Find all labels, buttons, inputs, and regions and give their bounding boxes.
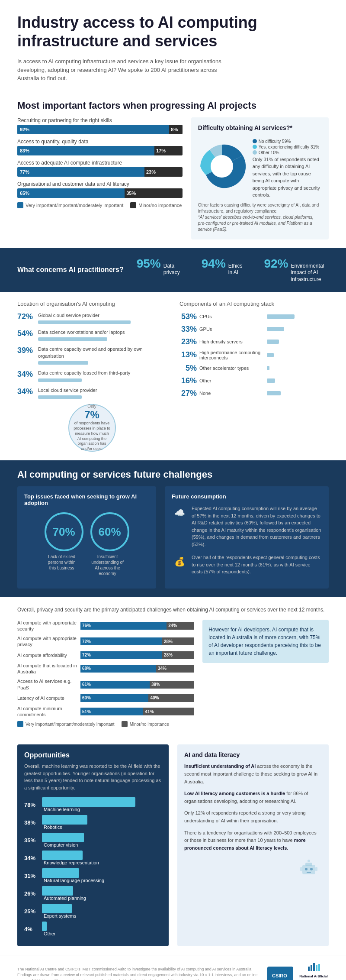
loc-desc: Global cloud service provider [38,312,167,324]
svg-rect-5 [315,867,317,871]
opp-bar-row: 31% Natural language processing [24,868,162,883]
hbar-dark: 34% [156,665,194,673]
hbar-label: AI compute with appropriate privacy [17,635,78,648]
difficulty-section: Difficulty obtaining AI services?* [191,117,329,239]
legend-blue-future: Very important/important/moderately impo… [17,721,115,727]
bar-dark: 8% [169,125,183,134]
loc-bar [38,378,82,382]
stack-col: Components of an AI computing stack 53% … [179,301,329,452]
stack-name: High performance computing interconnects [199,350,264,360]
opp-right: AI and data literacy Insufficient unders… [177,744,329,946]
svg-rect-11 [308,967,310,971]
bar-dark: 35% [125,188,183,198]
future-text-2: Over half of the respondents expect gene… [192,554,322,576]
bar-container: 65% 35% [17,188,183,198]
hbar-label: Latency of AI compute [17,695,78,701]
pie-info: No difficulty 59% Yes, experiencing diff… [253,136,322,199]
svg-point-3 [308,860,310,862]
future-left: Top issues faced when seeking to grow AI… [17,486,156,589]
stack-name: Other accelerator types [199,365,264,371]
legend-dark-box [130,202,136,208]
header: Industry access to AI computing infrastr… [0,0,346,91]
stack-bar [267,327,284,331]
hbar-dark: 39% [150,681,194,689]
stack-item: 27% None [179,389,329,398]
future-bars-note: Overall, privacy and security are the pr… [17,606,329,614]
circle-70-label: Lack of skilled persons within this busi… [45,554,79,571]
opp-bar-row: 78% Machine learning [24,797,162,812]
loc-desc: Data science workstations and/or laptops [38,329,167,341]
only-callout: Only 7% of respondents have processes in… [68,404,116,452]
pie-legend: No difficulty 59% Yes, experiencing diff… [253,139,322,155]
stack-bar [267,314,295,319]
factors-legend: Very important/important/moderately impo… [17,202,183,208]
opp-desc: Overall, machine learning was reported t… [24,763,162,791]
stack-bar [267,366,269,370]
opp-left: Opportunities Overall, machine learning … [17,744,169,946]
hbar-container: 61% 39% [80,681,194,689]
opp-bar-label: Other [44,931,162,936]
legend-blue-label: Very important/important/moderately impo… [26,203,123,208]
circle-60-label: Insufficient understanding of AI across … [90,554,125,576]
concerns-banner: What concerns AI practitioners? 95% Data… [0,248,346,292]
location-item: 34% Local cloud service provider [17,387,167,399]
opp-bar [42,797,135,807]
csiro-logo: CSIRO [267,967,293,980]
future-item-1: ☁️ Expected AI computing consumption wil… [172,505,322,548]
loc-pct: 34% [17,387,35,396]
stack-bar [267,391,281,395]
hbar-blue: 68% [80,665,156,673]
future-bar-row: AI compute minimum commitments 51% 41% [17,705,194,718]
stack-item: 53% CPUs [179,312,329,321]
factors-bars-col: Recruiting or partnering for the right s… [17,117,183,239]
opp-right-title: AI and data literacy [184,751,322,758]
nai-logo: National Artificial Intelligence Centre [298,962,329,980]
opp-bar [42,886,73,896]
legend-other-difficulty: Other 10% [253,150,322,155]
pie-wrapper: No difficulty 59% Yes, experiencing diff… [198,136,322,199]
bar-label: Access to quantity, quality data [17,139,183,145]
difficulty-note: Only 31% of respondents noted any diffic… [253,156,322,199]
opp-bar [42,868,79,878]
loc-desc: Data centre capacity owned and operated … [38,346,167,365]
concern-item: 94% Ethics in AI [202,257,243,283]
stack-num: 16% [179,376,197,385]
factor-bar-row: Access to quantity, quality data 83% 17% [17,139,183,155]
factor-bar-row: Access to adequate AI compute infrastruc… [17,160,183,177]
hbar-blue: 72% [80,637,162,645]
stack-num: 5% [179,364,197,373]
pie-chart [198,142,246,192]
future-bar-row: AI compute that is located in Australia … [17,663,194,675]
hbar-blue: 72% [80,651,162,659]
opp-bar-label: Expert systems [44,913,162,919]
opp-title: Opportunities [24,751,162,759]
opp-bar-row: 34% Knowledge representation [24,851,162,865]
future-left-title: Top issues faced when seeking to grow AI… [24,493,149,506]
hbar-label: AI compute minimum commitments [17,705,78,718]
loc-desc: Local cloud service provider [38,387,167,399]
opp-pct: 34% [24,855,39,861]
dot-no-difficulty [253,139,257,143]
dot-yes-difficulty [253,145,257,149]
legend-dark-label-f: Minor/no importance [130,722,169,727]
circle-70-shape: 70% [45,512,83,551]
legend-dark: Minor/no importance [130,202,182,208]
svg-point-7 [310,868,313,870]
hbar-blue: 51% [80,708,143,715]
location-stack-section: Location of organisation's AI computing … [0,292,346,460]
future-right: Future consumption ☁️ Expected AI comput… [165,486,329,589]
circle-60: 60% Insufficient understanding of AI acr… [90,512,129,576]
stack-num: 33% [179,325,197,334]
opp-bar-wrap: Natural language processing [42,868,162,883]
opp-pct: 35% [24,837,39,844]
circle-60-shape: 60% [90,512,129,551]
opp-bar-row: 4% Other [24,922,162,936]
page: Industry access to AI computing infrastr… [0,0,346,980]
svg-rect-8 [307,872,311,873]
future-bar-row: AI compute with appropriate privacy 72% … [17,635,194,648]
concern-desc: Ethics in AI [228,263,243,276]
future-item-2: 💰 Over half of the respondents expect ge… [172,554,322,576]
location-item: 34% Data centre capacity leased from thi… [17,370,167,382]
legend-dark-box-f [122,721,128,727]
future-bar-row: Latency of AI compute 60% 40% [17,694,194,702]
